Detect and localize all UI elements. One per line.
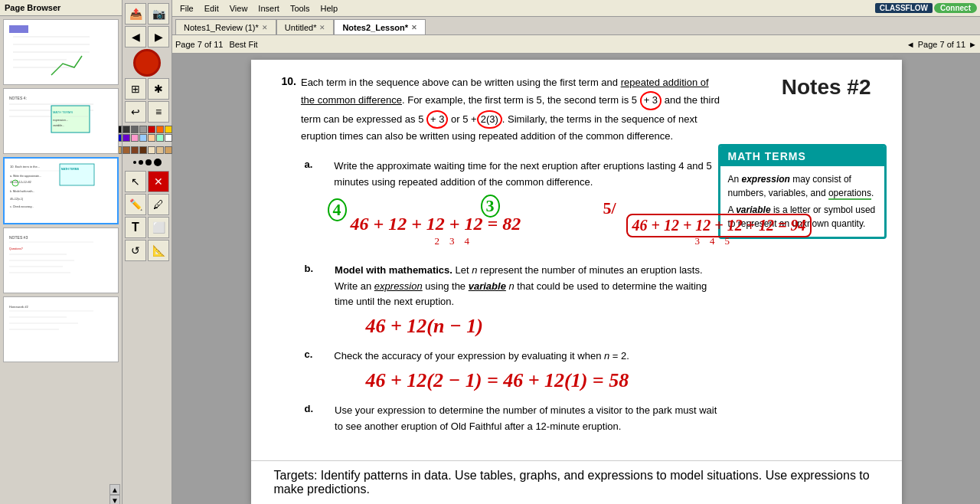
menu-tools[interactable]: Tools (286, 0, 315, 16)
menu-insert[interactable]: Insert (253, 0, 284, 16)
toolbar-row-3: ⊞ ✱ (125, 78, 169, 100)
dot-xlarge[interactable] (154, 159, 162, 166)
color-white[interactable] (165, 134, 172, 142)
sub-b-text: Model with mathematics. Let n represent … (335, 263, 717, 310)
menu-view[interactable]: View (225, 0, 253, 16)
annotation-4-circle: 4 (328, 198, 347, 221)
problem-10-text1: Each term in the sequence above can be w… (301, 77, 621, 88)
color-tan2[interactable] (156, 146, 164, 154)
text-tool[interactable]: T (125, 217, 146, 238)
ruler-tool[interactable]: 📐 (148, 240, 169, 261)
page-browser-title: Page Browser (5, 3, 60, 12)
highlight-tool[interactable]: 🖊 (148, 194, 169, 215)
sub-d-text: Use your expression to determine the num… (335, 403, 717, 435)
circle-plus3b: + 3 (426, 110, 448, 129)
dot-size-row (133, 159, 162, 166)
svg-text:10. Each term in the...: 10. Each term in the... (10, 165, 40, 169)
scroll-down-arrow[interactable]: ▼ (109, 495, 120, 504)
menubar: File Edit View Insert Tools Help CLASSFL… (172, 0, 980, 17)
sub-c-label: c. (305, 349, 313, 365)
tab-notes2[interactable]: Notes2_Lesson* ✕ (334, 19, 426, 34)
tool-btn-4a[interactable]: ↩ (125, 101, 146, 123)
page-thumb-2[interactable]: NOTES 4: MATH TERMS expression... variab… (3, 88, 119, 154)
tab-notes2-label: Notes2_Lesson* (342, 23, 408, 32)
sub-b-bold: Model with mathematics. (335, 264, 452, 276)
red-circle-tool[interactable] (133, 49, 161, 77)
rotate-tool[interactable]: ↺ (125, 240, 146, 261)
arrow-tool[interactable]: ↖ (125, 171, 146, 192)
nav-prev[interactable]: ◄ (906, 40, 915, 49)
nav-next[interactable]: ► (969, 40, 977, 49)
page-info: Page 7 of 11 (175, 40, 223, 49)
color-gray[interactable] (131, 126, 139, 133)
tool-btn-3a[interactable]: ⊞ (125, 78, 146, 100)
page-thumbnails: NOTES 4: MATH TERMS expression... variab… (0, 16, 122, 483)
color-yellow[interactable] (165, 126, 172, 133)
sub-c-text: Check the accuracy of your expression by… (334, 349, 629, 365)
dot-small[interactable] (133, 161, 136, 164)
tool-row-5: ↖ ✕ (125, 171, 169, 192)
color-brown3[interactable] (131, 146, 139, 154)
color-mint[interactable] (156, 134, 164, 142)
sub-b-expression: expression (374, 280, 423, 292)
camera-button[interactable]: 📷 (148, 3, 169, 25)
annotation-5: 5/ (603, 198, 616, 218)
page-thumb-4[interactable]: NOTES #3 Questions? (3, 227, 119, 293)
sub-d-label: d. (305, 403, 314, 435)
menu-file[interactable]: File (175, 0, 198, 16)
page-thumb-3[interactable]: 10. Each term in the... a. Write the app… (3, 157, 119, 224)
page-thumb-1[interactable] (3, 19, 119, 85)
tab-notes2-close[interactable]: ✕ (411, 24, 417, 31)
toolbar-row-1: 📤 📷 (125, 3, 169, 25)
color-pink[interactable] (131, 134, 139, 142)
sub-b-variable: variable (469, 280, 506, 292)
export-button[interactable]: 📤 (125, 3, 146, 25)
page-content: Notes #2 MATH TERMS An expression may co… (251, 60, 902, 504)
scroll-up-arrow[interactable]: ▲ (109, 484, 120, 495)
menu-help[interactable]: Help (316, 0, 343, 16)
svg-text:NOTES #3: NOTES #3 (9, 235, 28, 240)
annotation-subscripts-1: 2 3 4 (435, 235, 470, 247)
dot-large[interactable] (145, 159, 152, 165)
color-lblue[interactable] (139, 134, 147, 142)
color-brown2[interactable] (122, 146, 130, 154)
page-browser-header: Page Browser (0, 0, 122, 16)
thumb-preview-1 (5, 21, 97, 83)
problem-10-text4: or 5 + (448, 113, 476, 125)
term-expression: expression (742, 174, 790, 185)
tab-notes1-close[interactable]: ✕ (262, 24, 268, 31)
sub-problem-c: c. Check the accuracy of your expression… (305, 349, 871, 392)
toolbar-row-4: ↩ ≡ (125, 101, 169, 123)
shape-tool[interactable]: ⬜ (148, 217, 169, 238)
color-tan1[interactable] (148, 146, 155, 154)
tab-untitled-close[interactable]: ✕ (319, 24, 325, 31)
color-peach[interactable] (148, 134, 155, 142)
content-wrapper: Notes #2 MATH TERMS An expression may co… (172, 54, 980, 504)
menu-edit[interactable]: Edit (200, 0, 224, 16)
pen-tool[interactable]: ✏️ (125, 194, 146, 215)
circle-2x3: 2(3) (477, 110, 502, 129)
dot-medium[interactable] (139, 160, 143, 165)
tab-untitled[interactable]: Untitled* ✕ (276, 19, 335, 34)
tool-btn-3b[interactable]: ✱ (148, 78, 169, 100)
forward-button[interactable]: ▶ (148, 26, 169, 47)
back-button[interactable]: ◀ (125, 26, 146, 47)
color-purple[interactable] (122, 134, 130, 142)
classflow-badge: CLASSFLOW (875, 3, 933, 13)
sub-b-n: n (472, 264, 477, 276)
color-lgray[interactable] (139, 126, 147, 133)
svg-text:NOTES 4:: NOTES 4: (9, 96, 27, 100)
tool-btn-4b[interactable]: ≡ (148, 101, 169, 123)
color-orange[interactable] (156, 126, 164, 133)
color-tan3[interactable] (165, 146, 172, 154)
eraser-tool[interactable]: ✕ (148, 171, 169, 192)
color-dark[interactable] (122, 126, 130, 133)
svg-text:Homework #2: Homework #2 (9, 305, 28, 309)
connect-badge[interactable]: Connect (934, 3, 977, 13)
svg-rect-6 (9, 25, 28, 33)
sub-c-header: c. Check the accuracy of your expression… (305, 349, 871, 365)
color-brown4[interactable] (139, 146, 147, 154)
color-red[interactable] (148, 126, 155, 133)
page-thumb-5[interactable]: Homework #2 (3, 296, 119, 362)
tab-notes1[interactable]: Notes1_Review (1)* ✕ (175, 19, 276, 34)
